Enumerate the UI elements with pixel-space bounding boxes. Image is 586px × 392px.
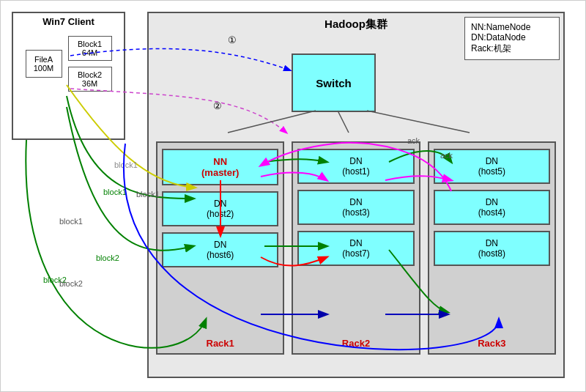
- win7-title: Win7 Client: [13, 13, 124, 30]
- svg-text:block1: block1: [114, 160, 138, 169]
- svg-text:block2: block2: [43, 275, 67, 284]
- rack-container: NN(master) DN(host2) DN(host6) Rack1 DN(…: [156, 141, 556, 355]
- legend-box: NN:NameNode DN:DataNode Rack:机架: [464, 17, 560, 60]
- svg-text:block1: block1: [103, 188, 127, 196]
- file-box: FileA 100M: [26, 50, 62, 78]
- svg-text:block2: block2: [96, 254, 119, 262]
- switch-box: Switch: [292, 53, 376, 112]
- dn-host4: DN(host4): [434, 190, 550, 225]
- rack1: NN(master) DN(host2) DN(host6) Rack1: [156, 141, 284, 355]
- block1-box: Block1 64M: [68, 36, 112, 61]
- nn-master: NN(master): [162, 149, 278, 185]
- dn-host2: DN(host2): [162, 191, 278, 226]
- main-container: Win7 Client FileA 100M Block1 64M Block2…: [0, 0, 586, 392]
- dn-host1: DN(host1): [297, 149, 414, 184]
- rack2: DN(host1) DN(host3) DN(host7) Rack2: [292, 141, 420, 355]
- legend-line3: Rack:机架: [471, 42, 553, 55]
- dn-host6: DN(host6): [162, 232, 278, 267]
- rack3: DN(host5) DN(host4) DN(host8) Rack3: [428, 141, 556, 355]
- dn-host7: DN(host7): [297, 231, 414, 266]
- dn-host3: DN(host3): [297, 190, 414, 225]
- rack2-label: Rack2: [342, 338, 370, 349]
- svg-text:block1: block1: [59, 217, 83, 226]
- dn-host8: DN(host8): [434, 231, 550, 266]
- rack3-label: Rack3: [478, 338, 505, 349]
- svg-text:block2: block2: [59, 279, 83, 288]
- block2-box: Block2 36M: [68, 67, 112, 92]
- rack1-label: Rack1: [207, 338, 234, 349]
- dn-host5: DN(host5): [434, 149, 550, 184]
- win7-client: Win7 Client FileA 100M Block1 64M Block2…: [12, 12, 125, 140]
- legend-line1: NN:NameNode: [471, 22, 553, 32]
- legend-line2: DN:DataNode: [471, 32, 553, 42]
- hadoop-cluster: Hadoop集群 Switch NN:NameNode DN:DataNode …: [147, 12, 565, 378]
